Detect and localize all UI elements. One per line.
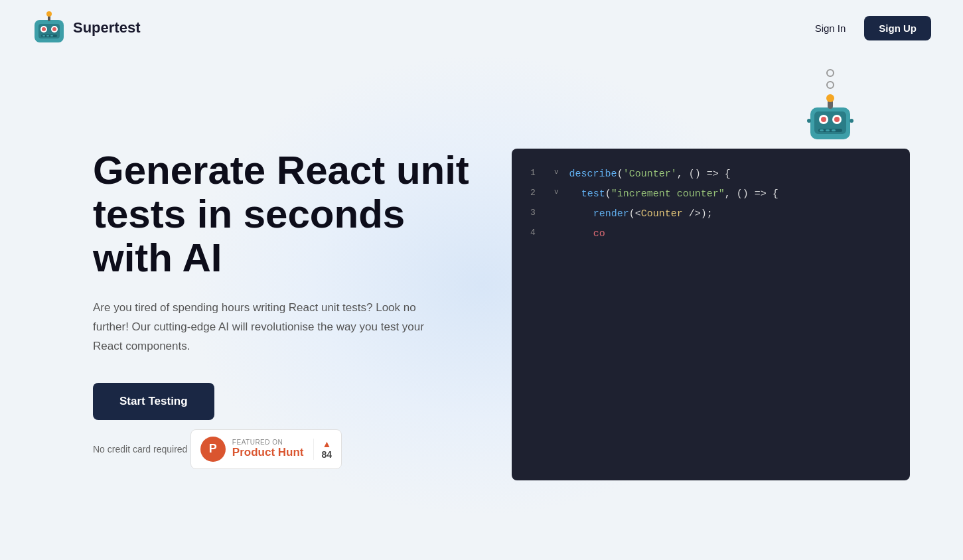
signup-button[interactable]: Sign Up (864, 16, 931, 40)
logo-icon (32, 11, 66, 45)
line-marker-1: v (554, 165, 559, 179)
code-line-2: 2 v test("increment counter", () => { (530, 184, 891, 204)
line-marker-4 (554, 224, 559, 239)
svg-point-17 (834, 117, 840, 122)
ph-name: Product Hunt (232, 446, 304, 459)
line-number-3: 3 (530, 204, 544, 222)
line-marker-2: v (554, 184, 559, 199)
code-content-1: describe('Counter', () => { (569, 165, 891, 184)
ph-vote-count: 84 (322, 449, 333, 460)
hero-subtitle: Are you tired of spending hours writing … (93, 299, 438, 356)
code-line-4: 4 co (530, 224, 891, 244)
ph-upvote-icon: ▲ (322, 439, 331, 449)
robot-dot-2 (826, 81, 834, 89)
code-content-3: render(<Counter />); (569, 204, 891, 224)
svg-point-4 (42, 27, 46, 31)
code-line-3: 3 render(<Counter />); (530, 204, 891, 224)
svg-rect-9 (50, 35, 53, 36)
ph-logo-icon: P (200, 437, 226, 462)
robot-dot-1 (826, 69, 834, 77)
svg-point-24 (807, 119, 811, 123)
code-line-1: 1 v describe('Counter', () => { (530, 165, 891, 184)
nav-actions: Sign In Sign Up (807, 16, 931, 40)
no-credit-text: No credit card required (93, 444, 187, 455)
line-marker-3 (554, 204, 559, 219)
start-testing-button[interactable]: Start Testing (93, 383, 214, 420)
svg-rect-21 (832, 129, 836, 131)
svg-point-5 (52, 27, 56, 31)
code-content-2: test("increment counter", () => { (569, 184, 891, 204)
robot-icon (804, 93, 857, 146)
svg-rect-20 (826, 129, 830, 131)
ph-text-area: FEATURED ON Product Hunt (232, 439, 304, 459)
svg-point-11 (46, 11, 52, 17)
svg-point-23 (826, 94, 834, 102)
svg-point-25 (850, 119, 853, 123)
hero-title: Generate React unit tests in seconds wit… (93, 149, 472, 280)
ph-votes-area: ▲ 84 (313, 439, 333, 460)
ph-featured-label: FEATURED ON (232, 439, 304, 446)
main-content: Generate React unit tests in seconds wit… (0, 56, 963, 507)
hero-section: Generate React unit tests in seconds wit… (93, 96, 472, 469)
robot-area (804, 69, 857, 146)
code-content-4: co (569, 224, 891, 244)
svg-point-16 (821, 117, 826, 122)
navbar: Supertest Sign In Sign Up (0, 0, 963, 56)
brand-name: Supertest (73, 19, 140, 36)
line-number-1: 1 (530, 165, 544, 182)
line-number-2: 2 (530, 184, 544, 202)
product-hunt-badge[interactable]: P FEATURED ON Product Hunt ▲ 84 (190, 429, 342, 469)
code-section: 1 v describe('Counter', () => { 2 v test… (512, 96, 910, 480)
logo-area: Supertest (32, 11, 140, 45)
line-number-4: 4 (530, 224, 544, 242)
signin-button[interactable]: Sign In (807, 17, 854, 39)
code-editor: 1 v describe('Counter', () => { 2 v test… (512, 149, 910, 480)
svg-rect-8 (46, 35, 49, 36)
svg-rect-19 (820, 129, 824, 131)
svg-rect-7 (42, 35, 45, 36)
